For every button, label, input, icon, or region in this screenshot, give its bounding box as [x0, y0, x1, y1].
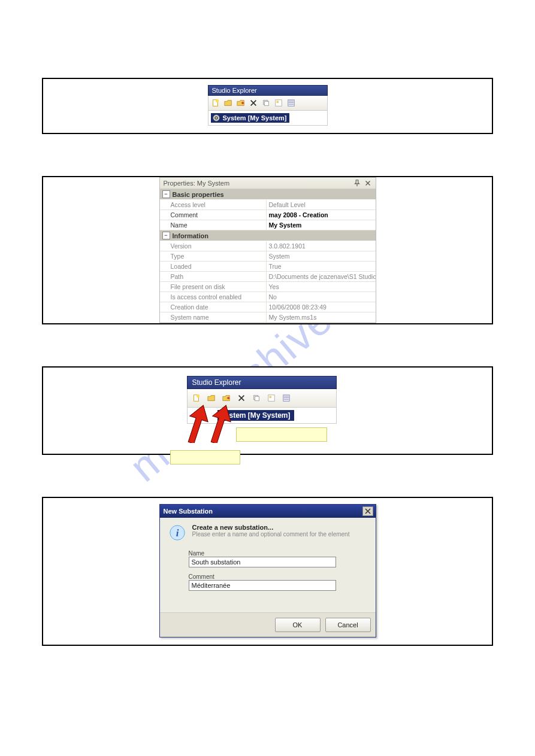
prop-label: Access level [160, 200, 267, 210]
prop-row: Creation date10/06/2008 08:23:49 [160, 302, 376, 312]
svg-rect-3 [264, 101, 268, 105]
name-input[interactable] [189, 557, 336, 567]
dialog-footer: OK Cancel [160, 612, 376, 637]
svg-text:i: i [176, 527, 179, 539]
view-mode-icon[interactable] [285, 97, 297, 109]
prop-label: Path [160, 272, 267, 281]
properties-title-text: Properties: My System [164, 180, 230, 187]
prop-value[interactable]: may 2008 - Creation [267, 210, 376, 220]
svg-rect-16 [255, 396, 259, 400]
frame-properties: Properties: My System − Basic properties… [42, 176, 493, 324]
svg-rect-21 [283, 397, 289, 398]
prop-row[interactable]: Comment may 2008 - Creation [160, 210, 376, 220]
explorer-toolbar [208, 96, 328, 111]
delete-icon[interactable] [247, 97, 259, 109]
system-icon [212, 114, 220, 122]
copy-icon[interactable] [249, 391, 264, 405]
properties-icon[interactable] [273, 97, 285, 109]
section-basic[interactable]: − Basic properties [160, 189, 376, 200]
tree-node-system[interactable]: System [My System] [211, 113, 289, 123]
pin-icon[interactable] [353, 179, 361, 187]
svg-rect-22 [283, 399, 289, 400]
prop-row: Is access control enabledNo [160, 292, 376, 302]
prop-value: Yes [267, 282, 376, 292]
prop-label: File present on disk [160, 282, 267, 292]
tree-node-label: System [My System] [223, 114, 287, 122]
prop-value: System [267, 251, 376, 261]
studio-explorer-annotated: Studio Explorer stem [My System] [187, 376, 337, 424]
prop-value: D:\Documents de jcazenave\S1 Studio [267, 272, 376, 281]
close-icon[interactable] [364, 179, 372, 187]
properties-panel: Properties: My System − Basic properties… [159, 177, 376, 323]
svg-point-14 [197, 394, 200, 397]
ok-button[interactable]: OK [275, 618, 321, 632]
svg-point-12 [215, 117, 216, 119]
prop-row: TypeSystem [160, 251, 376, 262]
close-icon [365, 508, 371, 514]
comment-input[interactable] [189, 580, 336, 591]
prop-row[interactable]: Name My System [160, 220, 376, 230]
prop-label: Version [160, 241, 267, 251]
prop-row: LoadedTrue [160, 262, 376, 272]
prop-row: Version3.0.802.1901 [160, 241, 376, 251]
comment-label: Comment [189, 573, 367, 580]
delete-icon[interactable] [234, 391, 249, 405]
prop-row: System nameMy System.ms1s [160, 312, 376, 323]
prop-value: 3.0.802.1901 [267, 241, 376, 251]
view-mode-icon[interactable] [279, 391, 294, 405]
folder-arrow-icon[interactable] [235, 97, 247, 109]
prop-row: Access level Default Level [160, 200, 376, 210]
prop-label: Type [160, 251, 267, 261]
info-icon: i [168, 524, 186, 542]
prop-row: File present on diskYes [160, 282, 376, 292]
svg-rect-5 [276, 101, 279, 104]
collapse-icon[interactable]: − [162, 232, 170, 239]
prop-label: System name [160, 312, 267, 322]
section-information[interactable]: − Information [160, 230, 376, 241]
properties-icon[interactable] [264, 391, 279, 405]
copy-icon[interactable] [260, 97, 272, 109]
prop-label: Name [160, 220, 267, 230]
annotation-box [170, 450, 240, 464]
dialog-title-bar[interactable]: New Substation [160, 505, 376, 518]
name-label: Name [189, 550, 367, 557]
annotation-arrow-icon [202, 401, 232, 443]
prop-value: No [267, 292, 376, 302]
prop-label: Creation date [160, 302, 267, 312]
prop-value: 10/06/2008 08:23:49 [267, 302, 376, 312]
frame-explorer-annotated: Studio Explorer stem [My System] [42, 366, 493, 455]
dialog-subtext: Please enter a name and optional comment… [192, 531, 350, 539]
new-substation-dialog: New Substation i Create a new substation… [159, 504, 376, 637]
panel-title: Studio Explorer [187, 376, 337, 389]
svg-rect-20 [283, 396, 289, 397]
properties-title-bar: Properties: My System [160, 178, 376, 189]
tree-node-label: stem [My System] [229, 411, 291, 420]
new-icon[interactable] [210, 97, 222, 109]
svg-rect-7 [288, 101, 294, 102]
svg-point-1 [216, 99, 219, 102]
dialog-title-text: New Substation [164, 508, 213, 515]
section-label: Basic properties [173, 191, 224, 198]
svg-rect-18 [269, 396, 271, 399]
prop-value: True [267, 262, 376, 271]
collapse-icon[interactable]: − [162, 190, 170, 198]
panel-title: Studio Explorer [208, 85, 328, 96]
prop-row: PathD:\Documents de jcazenave\S1 Studio [160, 272, 376, 282]
svg-rect-8 [288, 102, 294, 103]
prop-label: Loaded [160, 262, 267, 271]
prop-value: Default Level [267, 200, 376, 210]
studio-explorer-panel: Studio Explorer System [My System] [208, 85, 328, 126]
frame-explorer-basic: Studio Explorer System [My System] [42, 78, 493, 134]
section-label: Information [173, 232, 209, 239]
annotation-box [236, 427, 327, 442]
dialog-heading: Create a new substation... [192, 524, 350, 531]
cancel-button[interactable]: Cancel [325, 618, 371, 632]
prop-value: My System.ms1s [267, 312, 376, 322]
open-folder-icon[interactable] [222, 97, 234, 109]
prop-value[interactable]: My System [267, 220, 376, 230]
prop-label: Comment [160, 210, 267, 220]
dialog-close-button[interactable] [362, 506, 373, 516]
frame-new-substation-dialog: New Substation i Create a new substation… [42, 497, 493, 646]
prop-label: Is access control enabled [160, 292, 267, 302]
svg-rect-9 [288, 104, 294, 105]
